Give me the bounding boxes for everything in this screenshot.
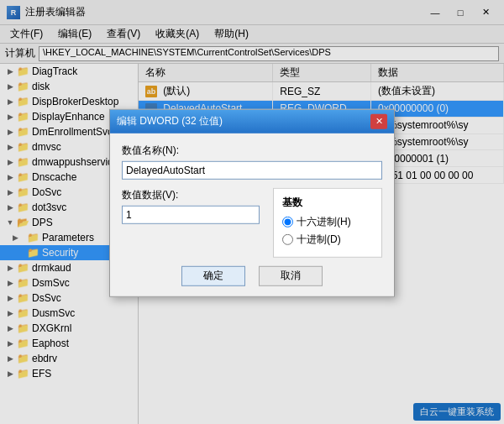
ok-button[interactable]: 确定 — [181, 265, 245, 285]
dialog-title: 编辑 DWORD (32 位值) — [117, 114, 223, 128]
radio-dec-text: 十进制(D) — [297, 232, 341, 246]
radio-hex[interactable] — [282, 216, 293, 227]
base-panel: 基数 十六进制(H) 十进制(D) — [273, 187, 382, 257]
dialog-title-bar: 编辑 DWORD (32 位值) ✕ — [110, 109, 394, 133]
name-label: 数值名称(N): — [122, 143, 382, 157]
dialog-buttons: 确定 取消 — [122, 265, 382, 285]
value-input[interactable] — [122, 205, 260, 223]
cancel-button[interactable]: 取消 — [259, 265, 323, 285]
dialog-value-row: 数值数据(V): 基数 十六进制(H) 十进制(D) — [122, 187, 382, 257]
dialog-left: 数值数据(V): — [122, 187, 260, 257]
name-input[interactable] — [122, 160, 382, 179]
radio-dec[interactable] — [282, 233, 293, 244]
data-label: 数值数据(V): — [122, 187, 260, 202]
dialog-body: 数值名称(N): 数值数据(V): 基数 十六进制(H) 十进制(D) 确定 — [110, 133, 394, 296]
radio-hex-label[interactable]: 十六进制(H) — [282, 214, 373, 228]
dialog-close-button[interactable]: ✕ — [370, 113, 387, 128]
edit-dword-dialog: 编辑 DWORD (32 位值) ✕ 数值名称(N): 数值数据(V): 基数 … — [109, 108, 395, 296]
radio-dec-label[interactable]: 十进制(D) — [282, 232, 373, 246]
base-label: 基数 — [282, 195, 373, 209]
radio-hex-text: 十六进制(H) — [297, 214, 351, 228]
